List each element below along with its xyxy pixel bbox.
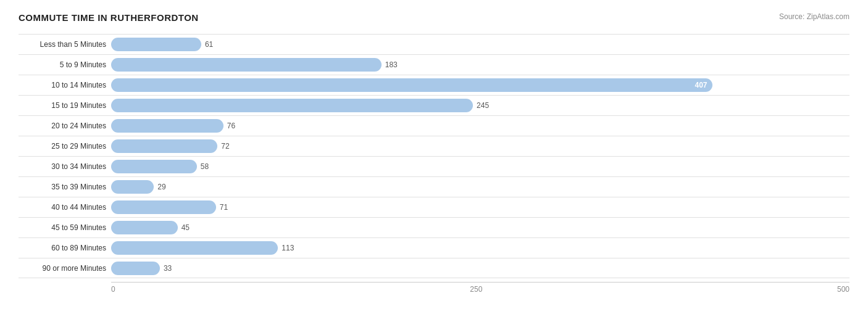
bar-container: 61 xyxy=(111,35,849,54)
bar-value-label: 245 xyxy=(477,101,489,110)
bar-value-label: 76 xyxy=(227,122,235,130)
bar xyxy=(111,262,160,275)
bar-label: 30 to 34 Minutes xyxy=(19,162,111,171)
bar xyxy=(111,241,278,255)
bar xyxy=(111,221,178,234)
bar-row: 35 to 39 Minutes29 xyxy=(19,176,849,197)
x-axis-tick: 0 xyxy=(111,285,115,294)
bar-label: 60 to 89 Minutes xyxy=(19,244,111,252)
bar-value-label: 183 xyxy=(385,60,398,69)
x-axis: 0250500 xyxy=(19,282,849,294)
bar-container: 45 xyxy=(111,218,849,237)
chart-header: COMMUTE TIME IN RUTHERFORDTON Source: Zi… xyxy=(19,12,849,23)
bar-row: 15 to 19 Minutes245 xyxy=(19,95,849,115)
bar-value-label: 58 xyxy=(201,162,209,171)
bar-container: 76 xyxy=(111,116,849,136)
bar-value-label: 61 xyxy=(205,40,213,49)
bar xyxy=(111,160,197,173)
bar xyxy=(111,180,154,194)
bar xyxy=(111,200,216,214)
bar-value-label: 71 xyxy=(220,203,228,212)
bar xyxy=(111,38,201,51)
bar-label: 90 or more Minutes xyxy=(19,264,111,273)
bar-container: 33 xyxy=(111,258,849,278)
bar xyxy=(111,119,223,133)
x-axis-tick: 250 xyxy=(470,285,482,294)
bar-label: 20 to 24 Minutes xyxy=(19,122,111,130)
bar-row: 60 to 89 Minutes113 xyxy=(19,237,849,258)
bar-label: 5 to 9 Minutes xyxy=(19,60,111,69)
bar-value-label: 72 xyxy=(221,142,229,151)
bar-label: Less than 5 Minutes xyxy=(19,40,111,49)
bar xyxy=(111,99,473,112)
bar xyxy=(111,139,217,153)
bar-row: 20 to 24 Minutes76 xyxy=(19,115,849,136)
x-axis-tick: 500 xyxy=(837,285,849,294)
bar-label: 35 to 39 Minutes xyxy=(19,183,111,191)
bar-label: 45 to 59 Minutes xyxy=(19,223,111,232)
bar-container: 58 xyxy=(111,157,849,176)
x-axis-inner: 0250500 xyxy=(111,282,849,294)
bar-value-label: 407 xyxy=(695,81,707,89)
bar-row: 10 to 14 Minutes407 xyxy=(19,75,849,95)
bar xyxy=(111,58,382,72)
bar-container: 29 xyxy=(111,177,849,197)
bar-value-label: 113 xyxy=(282,244,294,252)
bar-container: 113 xyxy=(111,238,849,258)
bar-row: 25 to 29 Minutes72 xyxy=(19,136,849,156)
bar-label: 10 to 14 Minutes xyxy=(19,81,111,89)
bar-label: 40 to 44 Minutes xyxy=(19,203,111,212)
bar-container: 183 xyxy=(111,55,849,75)
bar-row: 90 or more Minutes33 xyxy=(19,258,849,278)
chart-title: COMMUTE TIME IN RUTHERFORDTON xyxy=(19,12,199,23)
bar-value-label: 33 xyxy=(164,264,172,273)
bar-container: 72 xyxy=(111,136,849,156)
bar-row: 40 to 44 Minutes71 xyxy=(19,197,849,217)
chart-source: Source: ZipAtlas.com xyxy=(779,12,849,21)
bar-row: 30 to 34 Minutes58 xyxy=(19,156,849,176)
bar-row: 45 to 59 Minutes45 xyxy=(19,217,849,237)
bar: 407 xyxy=(111,78,712,92)
bar-row: Less than 5 Minutes61 xyxy=(19,34,849,54)
bar-container: 245 xyxy=(111,96,849,115)
chart-wrapper: COMMUTE TIME IN RUTHERFORDTON Source: Zi… xyxy=(19,12,849,294)
bar-label: 25 to 29 Minutes xyxy=(19,142,111,151)
bar-label: 15 to 19 Minutes xyxy=(19,101,111,110)
bar-container: 71 xyxy=(111,197,849,217)
chart-area: Less than 5 Minutes615 to 9 Minutes18310… xyxy=(19,34,849,278)
bar-row: 5 to 9 Minutes183 xyxy=(19,54,849,75)
bar-value-label: 45 xyxy=(182,223,190,232)
bar-container: 407 xyxy=(111,75,849,95)
bar-value-label: 29 xyxy=(157,183,165,191)
